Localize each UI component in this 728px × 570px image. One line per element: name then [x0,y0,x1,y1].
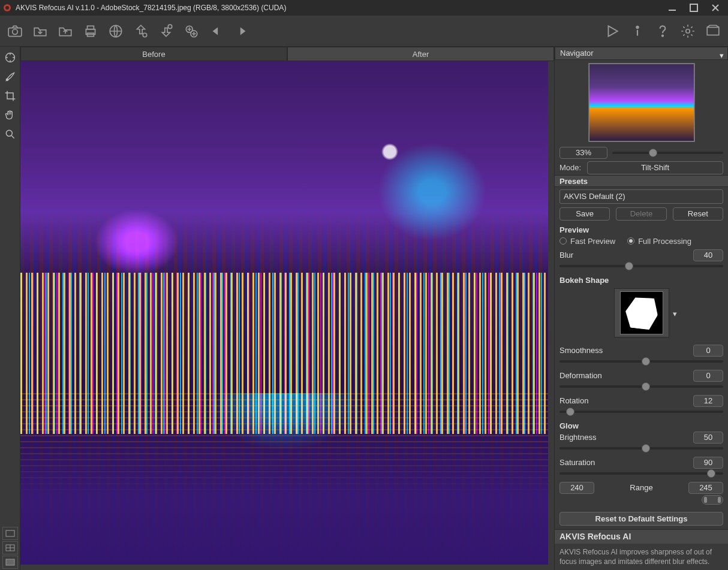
glow-group-label: Glow [555,419,728,430]
range-low-value[interactable]: 240 [559,482,594,494]
zoom-value[interactable]: 33% [559,147,607,159]
view-split-icon[interactable] [2,541,18,554]
delete-preset-button: Delete [616,207,666,221]
undo-icon[interactable] [206,21,227,41]
bokeh-shape-picker[interactable]: ▾ [614,288,669,337]
bokeh-shape-label: Bokeh Shape [555,273,728,285]
print-icon[interactable] [80,21,101,41]
blur-slider[interactable] [559,265,723,267]
deformation-slider[interactable] [559,385,723,388]
chevron-down-icon[interactable]: ▾ [673,309,677,318]
left-bottom-buttons [0,526,20,570]
preview-group-label: Preview [555,223,728,234]
smoothness-slider[interactable] [559,360,723,363]
svg-rect-17 [707,27,719,35]
svg-point-19 [6,79,8,80]
preview-image [20,61,548,565]
minimize-button[interactable] [667,2,678,13]
range-high-value[interactable]: 245 [688,482,723,494]
reset-defaults-button[interactable]: Reset to Default Settings [559,512,723,526]
right-panel: Navigator ▾ 33% Mode: Tilt-Shift Presets… [554,47,728,570]
rotation-value[interactable]: 12 [693,395,723,407]
run-process-icon[interactable] [602,21,622,41]
mode-select[interactable]: Tilt-Shift [587,161,723,174]
saturation-value[interactable]: 90 [693,457,723,469]
tab-before[interactable]: Before [20,47,287,61]
maximize-button[interactable] [688,2,699,13]
reset-preset-button[interactable]: Reset [673,207,723,221]
rotation-slider[interactable] [559,411,723,413]
info-title: AKVIS Refocus AI [555,529,728,543]
view-compare-icon[interactable] [2,556,18,569]
focus-area-tool-icon[interactable] [2,49,19,66]
center-area: Before After [20,47,554,570]
info-body: AKVIS Refocus AI improves sharpness of o… [555,544,728,570]
hexagon-shape-icon [623,294,660,331]
app-logo-icon [2,3,12,13]
left-tool-strip [0,47,20,526]
brush-tool-icon[interactable] [2,68,19,85]
main-toolbar [0,16,728,47]
range-handle[interactable] [702,495,723,505]
brightness-value[interactable]: 50 [693,432,723,444]
svg-rect-2 [669,10,676,11]
export-preset-icon[interactable] [156,21,176,41]
blur-slider-row: Blur40 [555,248,728,273]
svg-point-5 [13,29,18,34]
view-single-icon[interactable] [2,527,18,540]
info-icon[interactable] [627,21,648,41]
saturation-slider[interactable] [559,472,723,475]
zoom-slider[interactable] [612,152,723,154]
batch-process-icon[interactable] [181,21,201,41]
window-title: AKVIS Refocus AI v.11.0 - AdobeStock_782… [16,4,667,12]
mode-label: Mode: [559,163,583,172]
svg-point-16 [686,29,690,33]
svg-point-15 [662,35,663,36]
presets-header: Presets [555,175,728,187]
image-canvas[interactable] [20,61,554,570]
import-preset-icon[interactable] [131,21,151,41]
svg-point-11 [168,25,172,29]
smoothness-value[interactable]: 0 [693,345,723,357]
redo-icon[interactable] [231,21,252,41]
tab-after[interactable]: After [287,47,554,61]
open-file-icon[interactable] [30,21,50,41]
camera-icon[interactable] [5,21,25,41]
navigator-header[interactable]: Navigator ▾ [555,47,728,60]
zoom-tool-icon[interactable] [2,126,19,143]
svg-rect-25 [6,559,14,565]
svg-rect-7 [88,26,94,29]
svg-point-1 [5,6,9,10]
blur-value[interactable]: 40 [693,249,723,261]
help-icon[interactable] [652,21,673,41]
chevron-down-icon[interactable]: ▾ [720,51,724,60]
svg-rect-3 [690,4,697,11]
crop-tool-icon[interactable] [2,88,19,104]
fast-preview-radio[interactable]: Fast Preview [559,237,615,246]
range-label: Range [599,483,684,492]
preset-dropdown[interactable]: AKVIS Default (2) [559,189,723,204]
save-preset-button[interactable]: Save [559,207,610,221]
svg-rect-21 [6,530,14,536]
svg-point-20 [6,130,12,136]
svg-point-10 [143,33,147,37]
settings-icon[interactable] [678,21,698,41]
deformation-value[interactable]: 0 [693,370,723,382]
hand-tool-icon[interactable] [2,107,19,123]
close-button[interactable] [710,2,721,13]
navigator-label: Navigator [560,49,594,58]
navigator-thumbnail[interactable] [555,60,728,146]
full-processing-radio[interactable]: Full Processing [627,237,691,246]
save-file-icon[interactable] [55,21,76,41]
brightness-slider[interactable] [559,447,723,450]
svg-point-14 [636,26,638,28]
title-bar: AKVIS Refocus AI v.11.0 - AdobeStock_782… [0,0,728,16]
publish-web-icon[interactable] [106,21,126,41]
panels-icon[interactable] [703,21,723,41]
